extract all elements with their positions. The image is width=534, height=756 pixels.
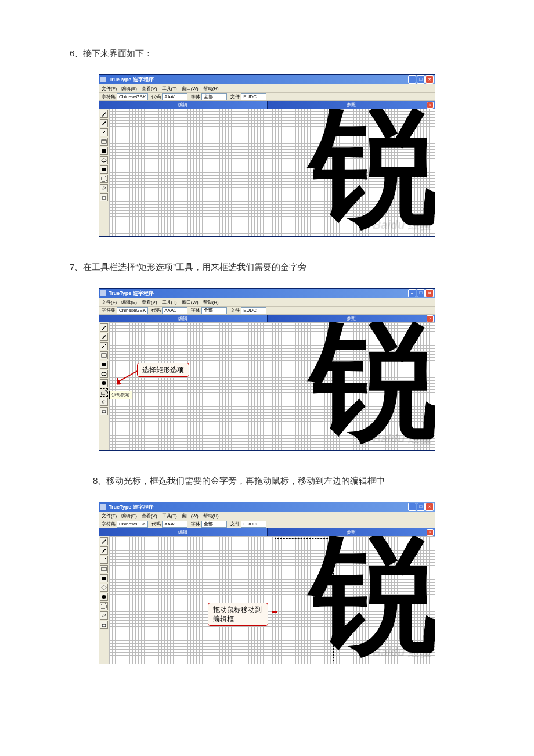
ellipse-fill-icon[interactable] <box>100 593 108 601</box>
charset-select[interactable]: ChineseGBK <box>117 307 148 314</box>
brush-icon[interactable] <box>100 546 108 555</box>
maximize-button[interactable]: □ <box>417 503 425 511</box>
pencil-icon[interactable] <box>100 537 108 545</box>
menu-file[interactable]: 文件(F) <box>102 513 117 519</box>
line-icon[interactable] <box>100 128 108 136</box>
menu-window[interactable]: 窗口(W) <box>182 513 199 519</box>
menu-tools[interactable]: 工具(T) <box>162 85 177 92</box>
eraser-icon[interactable] <box>100 407 108 415</box>
menu-view[interactable]: 查看(V) <box>142 513 157 519</box>
workarea: 选择矩形选项 矩形选项 锐 Baidu 经验 <box>99 322 435 450</box>
panel-right-title: 参照 × <box>268 528 435 536</box>
workarea: 拖动鼠标移动到编辑框 锐 Baidu 经验 <box>99 536 435 664</box>
rect-outline-icon[interactable] <box>100 138 108 146</box>
svg-point-18 <box>102 586 106 589</box>
titlebar[interactable]: TrueType 造字程序 – □ × <box>99 289 435 298</box>
minimize-button[interactable]: – <box>408 289 416 297</box>
app-window-step8: TrueType 造字程序 – □ × 文件(F) 编辑(E) 查看(V) 工具… <box>99 502 435 664</box>
rect-outline-icon[interactable] <box>100 351 108 359</box>
panel-right-title: 参照 × <box>268 315 435 322</box>
menu-window[interactable]: 窗口(W) <box>182 85 199 92</box>
ellipse-fill-icon[interactable] <box>100 165 108 174</box>
maximize-button[interactable]: □ <box>417 75 425 84</box>
edit-panel[interactable]: 选择矩形选项 矩形选项 <box>109 322 272 450</box>
close-button[interactable]: × <box>425 75 434 84</box>
step-6-text: 6、接下来界面如下： <box>70 46 464 60</box>
svg-rect-9 <box>102 363 106 366</box>
svg-line-15 <box>102 557 106 562</box>
line-icon[interactable] <box>100 342 108 350</box>
charset-select[interactable]: ChineseGBK <box>117 521 148 528</box>
edit-panel[interactable]: 拖动鼠标移动到编辑框 <box>109 536 272 664</box>
menu-tools[interactable]: 工具(T) <box>162 513 177 519</box>
close-button[interactable]: × <box>425 503 434 511</box>
close-button[interactable]: × <box>425 289 434 297</box>
step-7-text: 7、在工具栏选择“矩形选项”工具，用来框选我们需要的金字旁 <box>70 260 464 274</box>
rect-select-icon[interactable] <box>100 388 108 397</box>
edit-panel[interactable] <box>109 109 272 236</box>
line-icon[interactable] <box>100 556 108 564</box>
eraser-icon[interactable] <box>100 621 108 629</box>
ellipse-outline-icon[interactable] <box>100 156 108 164</box>
code-value: AAA1 <box>162 93 187 100</box>
menu-tools[interactable]: 工具(T) <box>162 299 177 305</box>
panel-close-button[interactable]: × <box>427 529 434 536</box>
rect-select-icon[interactable] <box>100 602 108 610</box>
code-label: 代码 <box>151 307 161 314</box>
reference-panel[interactable]: 锐 Baidu 经验 <box>272 536 435 664</box>
reference-glyph: 锐 <box>311 109 435 234</box>
app-icon <box>100 290 106 296</box>
svg-point-11 <box>102 381 106 385</box>
minimize-button[interactable]: – <box>408 75 416 84</box>
rect-select-icon[interactable] <box>100 175 108 183</box>
rect-fill-icon[interactable] <box>100 147 108 155</box>
svg-point-10 <box>102 372 106 376</box>
free-select-icon[interactable] <box>100 184 108 192</box>
titlebar[interactable]: TrueType 造字程序 – □ × <box>99 502 435 512</box>
menu-edit[interactable]: 编辑(E) <box>121 85 137 92</box>
charset-select[interactable]: ChineseGBK <box>117 93 148 100</box>
panel-right-title: 参照 × <box>268 101 435 109</box>
step-body: 在工具栏选择“矩形选项”工具，用来框选我们需要的金字旁 <box>83 262 306 272</box>
tool-column <box>99 322 109 450</box>
reference-panel[interactable]: 锐 Baidu 经验 <box>272 322 435 450</box>
window-title: TrueType 造字程序 <box>109 76 154 84</box>
menu-help[interactable]: 帮助(H) <box>203 513 219 519</box>
maximize-button[interactable]: □ <box>417 289 425 297</box>
menubar: 文件(F) 编辑(E) 查看(V) 工具(T) 窗口(W) 帮助(H) <box>99 298 435 307</box>
menu-edit[interactable]: 编辑(E) <box>121 513 137 519</box>
svg-rect-13 <box>102 411 106 413</box>
rect-outline-icon[interactable] <box>100 565 108 573</box>
brush-icon[interactable] <box>100 119 108 127</box>
ellipse-fill-icon[interactable] <box>100 379 108 387</box>
menu-help[interactable]: 帮助(H) <box>203 85 219 92</box>
menu-file[interactable]: 文件(F) <box>102 299 117 305</box>
pencil-icon[interactable] <box>100 323 108 332</box>
svg-rect-12 <box>102 390 106 395</box>
panel-close-button[interactable]: × <box>427 315 434 322</box>
reference-panel[interactable]: 锐 Baidu 经验 <box>272 109 435 236</box>
menu-file[interactable]: 文件(F) <box>102 85 117 92</box>
free-select-icon[interactable] <box>100 398 108 406</box>
titlebar[interactable]: TrueType 造字程序 – □ × <box>99 75 435 84</box>
charset-label: 字符集 <box>102 93 116 100</box>
panel-close-button[interactable]: × <box>427 102 434 109</box>
app-icon <box>100 504 106 510</box>
pencil-icon[interactable] <box>100 110 108 118</box>
brush-icon[interactable] <box>100 333 108 341</box>
menu-window[interactable]: 窗口(W) <box>182 299 199 305</box>
rect-fill-icon[interactable] <box>100 574 108 582</box>
ellipse-outline-icon[interactable] <box>100 584 108 592</box>
free-select-icon[interactable] <box>100 611 108 620</box>
rect-fill-icon[interactable] <box>100 361 108 369</box>
file-value: EUDC <box>241 521 266 528</box>
menu-view[interactable]: 查看(V) <box>142 299 157 305</box>
ellipse-outline-icon[interactable] <box>100 370 108 378</box>
menu-view[interactable]: 查看(V) <box>142 85 157 92</box>
step-num: 6 <box>70 48 74 58</box>
menu-help[interactable]: 帮助(H) <box>203 299 219 305</box>
eraser-icon[interactable] <box>100 193 108 201</box>
callout-drag: 拖动鼠标移动到编辑框 <box>208 603 268 626</box>
minimize-button[interactable]: – <box>408 503 416 511</box>
menu-edit[interactable]: 编辑(E) <box>121 299 137 305</box>
